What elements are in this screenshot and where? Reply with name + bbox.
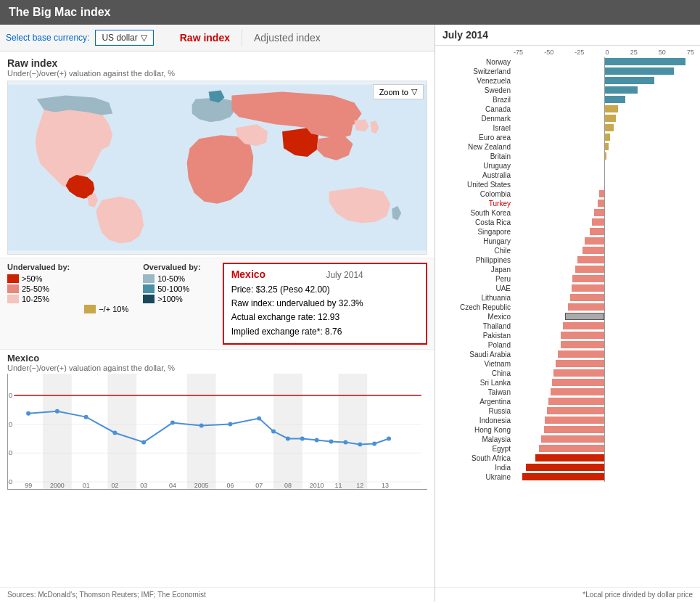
zero-line xyxy=(604,104,605,114)
bar-fill xyxy=(556,360,604,367)
bar-chart-container: -75 -50 -25 0 25 50 75 NorwaySwitzerland… xyxy=(435,46,700,587)
bar-label: Uruguay xyxy=(441,162,514,170)
bar-row[interactable]: Sri Lanka xyxy=(441,378,694,387)
bar-row[interactable]: Sweden xyxy=(441,86,694,95)
bar-row[interactable]: Thailand xyxy=(441,321,694,331)
bar-row[interactable]: Russia xyxy=(441,406,694,416)
bar-row[interactable]: China xyxy=(441,369,694,378)
bar-label: Singapore xyxy=(441,228,514,236)
right-panel-title: July 2014 xyxy=(442,29,488,41)
bar-row[interactable]: Canada xyxy=(441,104,694,114)
bar-row[interactable]: Lithuania xyxy=(441,293,694,303)
bar-row[interactable]: Saudi Arabia xyxy=(441,350,694,359)
currency-select[interactable]: US dollar ▽ xyxy=(95,30,153,46)
bar-row[interactable]: Hungary xyxy=(441,237,694,246)
bar-label: Euro area xyxy=(441,134,514,141)
bar-row[interactable]: Israel xyxy=(441,123,694,133)
bar-row[interactable]: Euro area xyxy=(441,133,694,142)
bar-row[interactable]: Peru xyxy=(441,274,694,284)
svg-text:07: 07 xyxy=(255,482,263,489)
bar-area xyxy=(514,284,694,293)
bar-label: Russia xyxy=(441,407,514,415)
bar-row[interactable]: Egypt xyxy=(441,444,694,454)
bar-row[interactable]: Philippines xyxy=(441,255,694,265)
info-country: Mexico xyxy=(231,268,265,280)
bar-fill xyxy=(553,369,604,377)
bar-row[interactable]: Denmark xyxy=(441,114,694,123)
bar-row[interactable]: Australia xyxy=(441,171,694,180)
bar-row[interactable]: Turkey xyxy=(441,199,694,208)
bar-chart: NorwaySwitzerlandVenezuelaSwedenBrazilCa… xyxy=(441,57,694,482)
bar-row[interactable]: Brazil xyxy=(441,95,694,104)
bar-label: Vietnam xyxy=(441,360,514,368)
zero-line xyxy=(604,463,605,472)
svg-text:2000: 2000 xyxy=(50,482,65,489)
axis-0: 0 xyxy=(605,49,609,56)
zoom-button[interactable]: Zoom to ▽ xyxy=(373,84,424,99)
legend-label-3: 10-25% xyxy=(22,295,49,303)
legend-swatch-mid xyxy=(84,305,96,313)
bar-row[interactable]: Japan xyxy=(441,265,694,274)
svg-point-32 xyxy=(387,436,391,440)
bar-row[interactable]: Mexico xyxy=(441,312,694,321)
bar-row[interactable]: Chile xyxy=(441,246,694,255)
bar-row[interactable]: Costa Rica xyxy=(441,218,694,227)
tab-adjusted[interactable]: Adjusted index xyxy=(242,29,332,46)
bar-row[interactable]: Switzerland xyxy=(441,67,694,76)
zero-line xyxy=(604,331,605,340)
zero-line xyxy=(604,435,605,444)
bar-row[interactable]: New Zealand xyxy=(441,142,694,152)
bar-label: Philippines xyxy=(441,256,514,264)
bar-row[interactable]: Pakistan xyxy=(441,331,694,340)
zero-line xyxy=(604,123,605,133)
bar-row[interactable]: India xyxy=(441,463,694,472)
bar-row[interactable]: Colombia xyxy=(441,189,694,199)
legend-label-over-3: >100% xyxy=(157,295,183,303)
bar-area xyxy=(514,303,694,312)
zero-line xyxy=(604,397,605,406)
zero-line xyxy=(604,312,605,321)
bar-row[interactable]: Malaysia xyxy=(441,435,694,444)
bar-area xyxy=(514,161,694,171)
bar-area xyxy=(514,57,694,67)
svg-text:11: 11 xyxy=(334,482,342,489)
svg-point-26 xyxy=(300,436,305,440)
bar-row[interactable]: Ukraine xyxy=(441,472,694,482)
bar-row[interactable]: Britain xyxy=(441,152,694,161)
bar-row[interactable]: Poland xyxy=(441,340,694,350)
bar-row[interactable]: South Korea xyxy=(441,208,694,218)
bar-area xyxy=(514,265,694,274)
bar-area xyxy=(514,246,694,255)
bar-label: Venezuela xyxy=(441,77,514,85)
bar-row[interactable]: United States xyxy=(441,180,694,189)
zoom-label: Zoom to xyxy=(379,88,408,97)
bar-label: Sri Lanka xyxy=(441,379,514,387)
bar-area xyxy=(514,171,694,180)
bar-row[interactable]: Vietnam xyxy=(441,359,694,369)
legend-item-over-1: 10-50% xyxy=(143,274,200,283)
bar-area xyxy=(514,340,694,350)
footer-sources: Sources: McDonald's; Thomson Reuters; IM… xyxy=(7,591,206,599)
bar-row[interactable]: Hong Kong xyxy=(441,425,694,435)
bar-row[interactable]: Singapore xyxy=(441,227,694,237)
bar-row[interactable]: Argentina xyxy=(441,397,694,406)
bar-fill xyxy=(590,228,604,235)
zero-line xyxy=(604,406,605,416)
bar-row[interactable]: UAE xyxy=(441,284,694,293)
bar-row[interactable]: South Africa xyxy=(441,454,694,463)
svg-point-24 xyxy=(271,429,276,433)
bar-fill xyxy=(552,379,604,386)
bar-fill xyxy=(572,284,604,292)
bar-row[interactable]: Indonesia xyxy=(441,416,694,425)
bar-row[interactable]: Venezuela xyxy=(441,76,694,86)
bar-row[interactable]: Uruguay xyxy=(441,161,694,171)
bar-row[interactable]: Czech Republic xyxy=(441,303,694,312)
bar-fill xyxy=(572,275,604,282)
bar-row[interactable]: Taiwan xyxy=(441,387,694,397)
tab-raw[interactable]: Raw index xyxy=(168,29,242,46)
legend-item-over-3: >100% xyxy=(143,295,200,303)
zero-line xyxy=(604,114,605,123)
zero-line xyxy=(604,255,605,265)
info-actual: Actual exchange rate: 12.93 xyxy=(231,311,363,324)
bar-row[interactable]: Norway xyxy=(441,57,694,67)
